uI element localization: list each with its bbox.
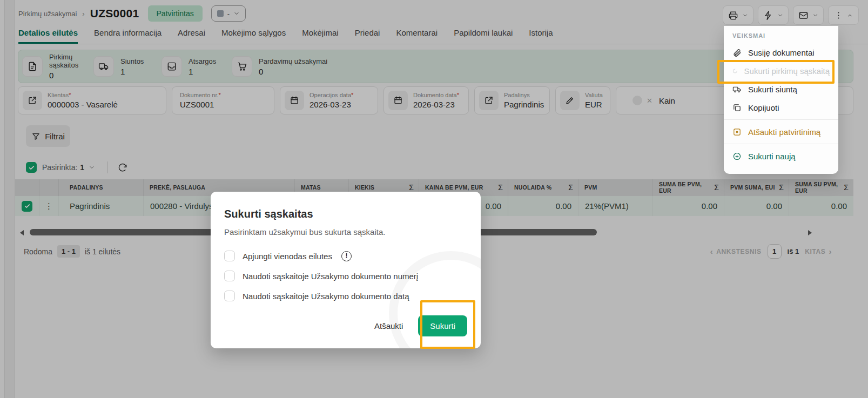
menu-item-atsaukti-patvirtinima[interactable]: Atšaukti patvirtinimą	[724, 123, 838, 141]
actions-menu-header: VEIKSMAI	[732, 32, 830, 39]
checkbox[interactable]	[224, 251, 235, 261]
actions-menu: VEIKSMAI Susiję dokumentai Sukurti pirki…	[724, 26, 838, 174]
plus-circle-icon	[732, 152, 742, 161]
menu-item-kopijuoti[interactable]: Kopijuoti	[724, 98, 838, 117]
modal-title: Sukurti sąskaitas	[224, 208, 481, 220]
checkbox[interactable]	[224, 291, 235, 301]
folder-x-icon	[732, 127, 742, 137]
modal-subtitle: Pasirinktam užsakymui bus sukurta sąskai…	[224, 227, 481, 237]
menu-item-susije-dokumentai[interactable]: Susiję dokumentai	[724, 43, 838, 62]
menu-item-sukurti-nauja[interactable]: Sukurti naują	[724, 147, 838, 165]
paperclip-icon	[732, 48, 742, 57]
option-apjungti[interactable]: Apjungti vienodas eilutes !	[224, 251, 481, 261]
menu-divider	[724, 119, 838, 120]
truck-icon	[732, 85, 742, 94]
option-label: Naudoti sąskaitoje Užsakymo dokumento da…	[243, 292, 409, 301]
option-naudoti-numeri[interactable]: Naudoti sąskaitoje Užsakymo dokumento nu…	[224, 271, 481, 281]
cancel-button[interactable]: Atšaukti	[374, 321, 403, 330]
copy-icon	[732, 103, 742, 112]
highlight-box-confirm-button	[420, 300, 475, 349]
option-label: Apjungti vienodas eilutes	[243, 252, 332, 261]
app-screen: Pirkimų užsakymai › UZS0001 Patvirtintas…	[0, 0, 868, 398]
option-naudoti-data[interactable]: Naudoti sąskaitoje Užsakymo dokumento da…	[224, 291, 481, 301]
info-icon[interactable]: !	[341, 251, 352, 261]
checkbox[interactable]	[224, 271, 235, 281]
menu-divider	[724, 144, 838, 144]
modal-options: Apjungti vienodas eilutes ! Naudoti sąsk…	[224, 251, 481, 301]
highlight-box-menu-item	[717, 60, 835, 84]
option-label: Naudoti sąskaitoje Užsakymo dokumento nu…	[243, 272, 418, 281]
